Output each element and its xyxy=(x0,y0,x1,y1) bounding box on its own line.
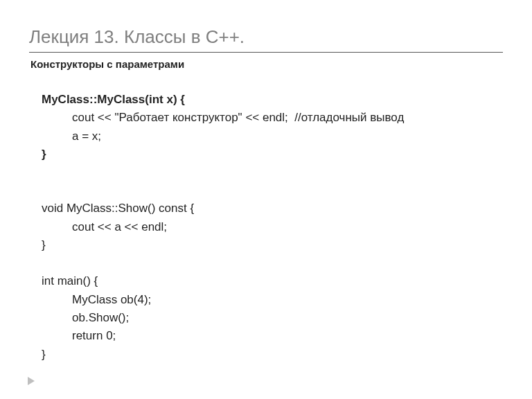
code-line: MyClass ob(4); xyxy=(42,291,503,309)
slide-title: Лекция 13. Классы в С++. xyxy=(29,26,503,53)
code-block: MyClass::MyClass(int x) { cout << "Работ… xyxy=(29,91,503,364)
code-line: MyClass::MyClass(int x) { xyxy=(42,91,503,109)
code-line: } xyxy=(42,346,503,364)
code-line: ob.Show(); xyxy=(42,309,503,327)
code-line: a = x; xyxy=(42,127,503,145)
code-line: int main() { xyxy=(42,272,503,290)
code-line: return 0; xyxy=(42,327,503,345)
code-line: } xyxy=(42,145,503,163)
code-line: cout << a << endl; xyxy=(42,218,503,236)
slide-subtitle: Конструкторы с параметрами xyxy=(29,58,503,70)
code-line: cout << "Работает конструктор" << endl; … xyxy=(42,109,503,127)
code-line: } xyxy=(42,236,503,254)
code-line: void MyClass::Show() const { xyxy=(42,200,503,218)
bullet-icon xyxy=(28,377,35,385)
blank-line xyxy=(42,163,503,200)
blank-line xyxy=(42,254,503,272)
